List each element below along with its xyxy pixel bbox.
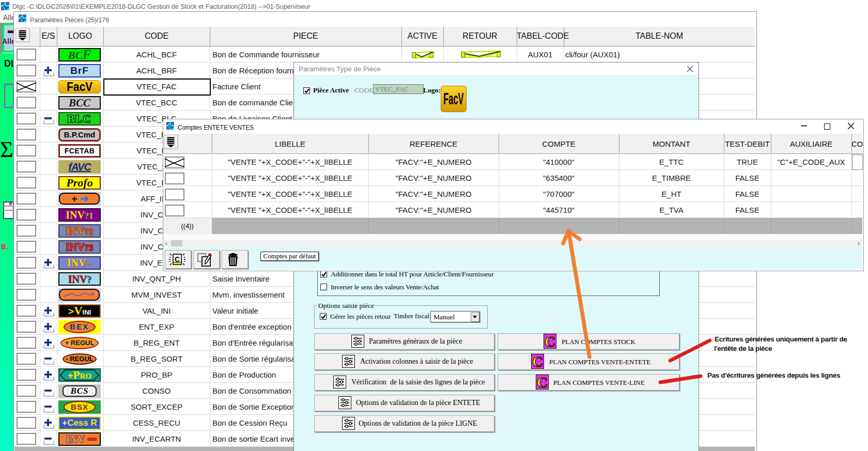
svg-text:C: C	[545, 334, 556, 349]
svg-text:C: C	[175, 255, 180, 263]
svg-text:C: C	[532, 354, 544, 369]
svg-text:C: C	[537, 375, 548, 390]
